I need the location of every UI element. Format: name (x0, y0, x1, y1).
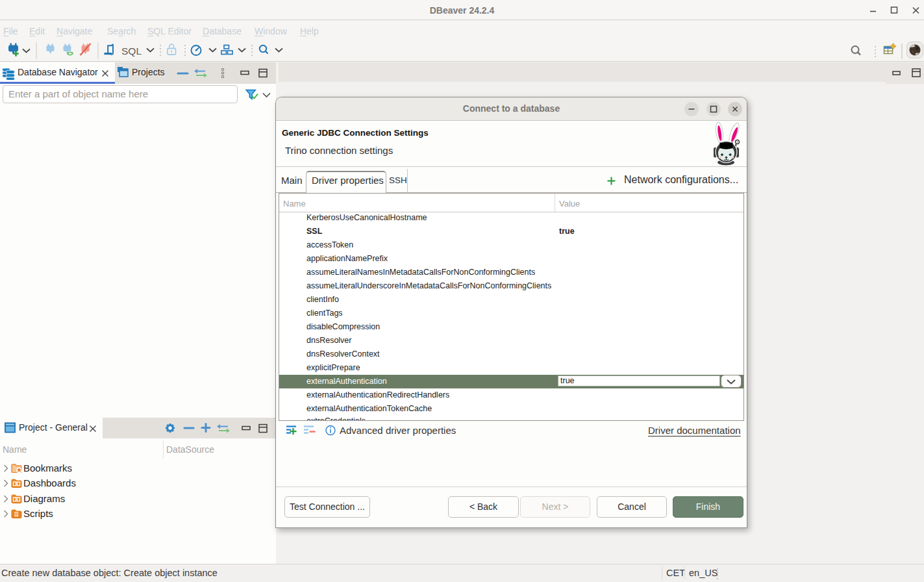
svg-text:SQL: SQL (121, 45, 142, 57)
